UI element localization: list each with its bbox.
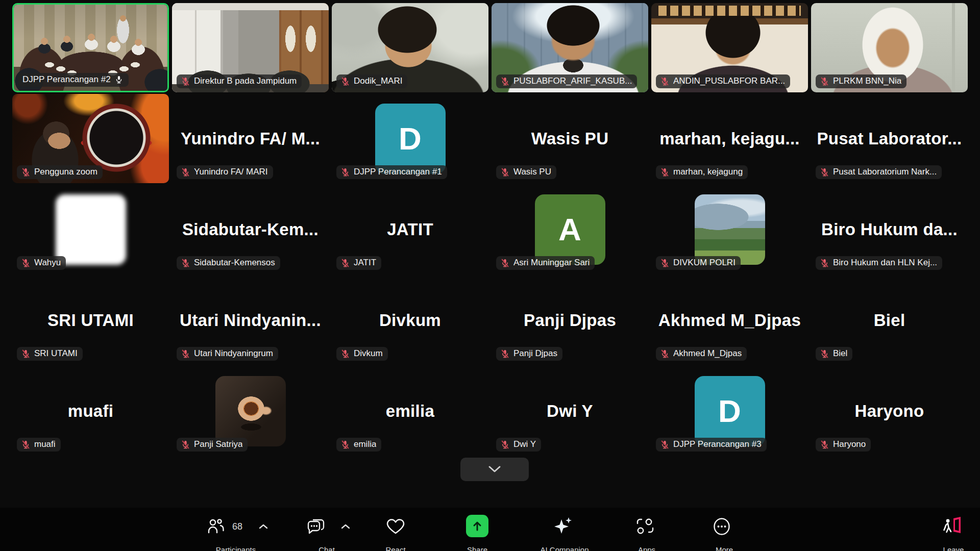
participant-tile[interactable]: DJPP Perancangan #2 [12, 3, 169, 92]
participant-tile[interactable]: PLRKM BNN_Nia [811, 3, 968, 92]
chat-button[interactable] [306, 514, 350, 539]
participant-tile[interactable]: ANDIN_PUSLABFOR BAR... [651, 3, 808, 92]
participant-tile[interactable]: SRI UTAMISRI UTAMI [12, 276, 169, 365]
participant-name: Dodik_MARI [354, 76, 402, 86]
participant-tile[interactable]: PUSLABFOR_ARIF_KASUB... [492, 3, 648, 92]
participant-tile[interactable]: DIVKUM POLRI [651, 185, 808, 274]
avatar-image [56, 194, 126, 265]
muted-mic-icon [21, 440, 31, 449]
share-screen-icon [471, 520, 483, 532]
participant-tile[interactable]: Sidabutar-Kem...Sidabutar-Kemensos [172, 185, 329, 274]
name-label-pill: Wasis PU [496, 165, 556, 179]
scroll-down-button[interactable] [460, 458, 529, 481]
name-label-pill: Divkum [336, 347, 388, 361]
name-label-pill: marhan, kejagung [656, 165, 748, 179]
participant-tile[interactable]: Panji DjpasPanji Djpas [492, 276, 648, 365]
name-label-pill: muafi [17, 438, 61, 452]
display-name: Utari Nindyanin... [180, 311, 321, 330]
more-button[interactable] [712, 514, 732, 539]
participant-tile[interactable]: JATITJATIT [332, 185, 488, 274]
display-name: Divkum [379, 311, 441, 330]
leave-label: Leave [943, 545, 964, 551]
participant-tile[interactable]: Dodik_MARI [332, 3, 488, 92]
muted-mic-icon [340, 258, 350, 268]
chat-menu-chevron-up-icon[interactable] [341, 523, 350, 530]
active-mic-icon [114, 75, 124, 84]
participant-tile[interactable]: Pusat Laborator...Pusat Laboratorium Nar… [811, 94, 968, 183]
muted-mic-icon [340, 440, 350, 449]
participant-name: Pusat Laboratorium Nark... [833, 167, 937, 177]
participant-tile[interactable]: Yunindro FA/ M...Yunindro FA/ MARI [172, 94, 329, 183]
participant-tile[interactable]: Akhmed M_DjpasAkhmed M_Djpas [651, 276, 808, 365]
muted-mic-icon [820, 258, 829, 268]
leave-button[interactable] [941, 514, 963, 539]
participant-name: Asri Muninggar Sari [513, 258, 590, 268]
participant-name: DJPP Perancangan #1 [354, 167, 442, 177]
heart-icon [385, 517, 406, 536]
name-label-pill: Direktur B pada Jampidum [177, 74, 302, 88]
muted-mic-icon [500, 349, 510, 359]
react-button[interactable] [385, 514, 406, 539]
participants-button[interactable]: 68 [207, 514, 268, 539]
participant-tile[interactable]: Wasis PUWasis PU [492, 94, 648, 183]
participant-tile[interactable]: DDJPP Perancangan #3 [651, 366, 808, 456]
participant-tile[interactable]: DivkumDivkum [332, 276, 488, 365]
muted-mic-icon [340, 167, 350, 177]
meeting-toolbar [0, 508, 980, 551]
chat-icon [306, 517, 326, 536]
participant-tile[interactable]: muafimuafi [12, 366, 169, 456]
muted-mic-icon [181, 258, 190, 268]
participant-tile[interactable]: HaryonoHaryono [811, 366, 968, 456]
name-label-pill: Utari Nindyaningrum [177, 347, 278, 361]
muted-mic-icon [820, 77, 829, 86]
name-label-pill: emilia [336, 438, 381, 452]
participant-tile[interactable]: Panji Satriya [172, 366, 329, 456]
participant-tile[interactable]: Utari Nindyanin...Utari Nindyaningrum [172, 276, 329, 365]
ai-companion-button[interactable] [552, 514, 574, 539]
muted-mic-icon [500, 440, 510, 449]
name-label-pill: SRI UTAMI [17, 347, 83, 361]
muted-mic-icon [181, 440, 190, 449]
apps-label: Apps [638, 545, 655, 551]
participants-menu-chevron-up-icon[interactable] [259, 523, 268, 530]
participant-tile[interactable]: emiliaemilia [332, 366, 488, 456]
participant-tile[interactable]: Pengguna zoom [12, 94, 169, 183]
avatar-image [215, 376, 286, 446]
muted-mic-icon [500, 77, 510, 86]
name-label-pill: PUSLABFOR_ARIF_KASUB... [496, 74, 637, 88]
letter-avatar: D [375, 104, 446, 174]
muted-mic-icon [500, 258, 510, 268]
participant-tile[interactable]: BielBiel [811, 276, 968, 365]
participant-tile[interactable]: AAsri Muninggar Sari [492, 185, 648, 274]
muted-mic-icon [820, 167, 829, 177]
participant-tile[interactable]: Wahyu [12, 185, 169, 274]
participant-tile[interactable]: marhan, kejagu...marhan, kejagung [651, 94, 808, 183]
display-name: Panji Djpas [524, 311, 616, 330]
participant-name: DJPP Perancangan #2 [22, 74, 111, 85]
participant-name: Panji Satriya [194, 439, 242, 449]
name-label-pill: DIVKUM POLRI [656, 256, 741, 270]
muted-mic-icon [820, 349, 829, 359]
letter-avatar: D [695, 376, 765, 446]
share-label: Share [467, 545, 487, 551]
name-label-pill: Haryono [816, 438, 871, 452]
name-label-pill: DJPP Perancangan #1 [336, 165, 447, 179]
participant-name: Biro Hukum dan HLN Kej... [833, 258, 937, 268]
muted-mic-icon [340, 77, 350, 86]
muted-mic-icon [181, 77, 190, 86]
participant-tile[interactable]: DDJPP Perancangan #1 [332, 94, 488, 183]
participant-tile[interactable]: Direktur B pada Jampidum [172, 3, 329, 92]
muted-mic-icon [181, 349, 190, 359]
display-name: SRI UTAMI [47, 311, 134, 330]
name-label-pill: Biro Hukum dan HLN Kej... [816, 256, 942, 270]
participant-tile[interactable]: Dwi YDwi Y [492, 366, 648, 456]
participant-name: JATIT [354, 258, 376, 268]
letter-avatar: A [535, 194, 605, 265]
name-label-pill: Asri Muninggar Sari [496, 256, 595, 270]
participant-tile[interactable]: Biro Hukum da...Biro Hukum dan HLN Kej..… [811, 185, 968, 274]
apps-button[interactable] [635, 514, 655, 539]
name-label-pill: Sidabutar-Kemensos [177, 256, 280, 270]
share-screen-button[interactable] [466, 515, 488, 537]
name-label-pill: Dwi Y [496, 438, 541, 452]
participants-label: Participants [216, 545, 256, 551]
